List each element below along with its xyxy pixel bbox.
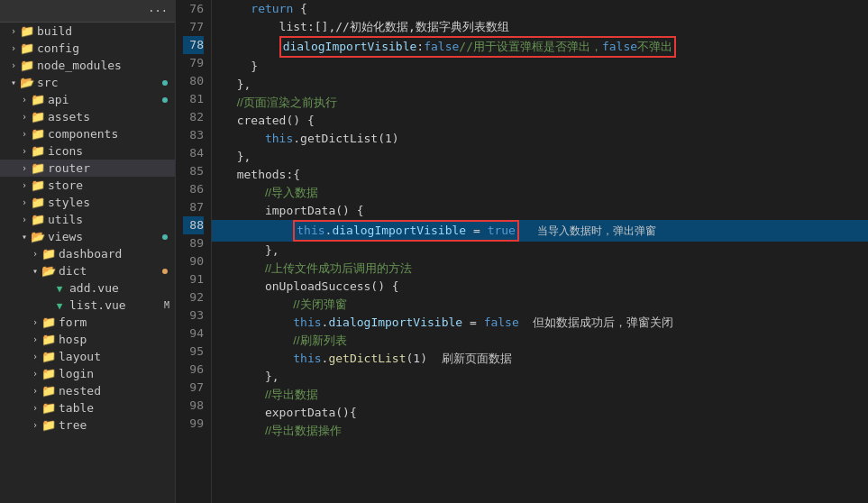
sidebar-item-label: nested [59, 384, 101, 398]
sidebar-item-hosp[interactable]: 📁hosp [0, 331, 175, 348]
chevron-icon [18, 146, 31, 156]
modified-indicator [162, 234, 168, 240]
line-number: 93 [183, 306, 204, 325]
folder-icon: 📁 [41, 384, 56, 398]
line-number: 94 [183, 325, 204, 343]
folder-icon: 📁 [31, 196, 45, 209]
chevron-icon [29, 266, 41, 276]
code-content[interactable]: return { list:[],//初始化数据,数据字典列表数组 dialog… [212, 0, 868, 503]
chevron-icon [18, 129, 31, 139]
chevron-icon [18, 180, 31, 190]
folder-icon: 📁 [20, 24, 34, 38]
line-number: 90 [183, 252, 204, 270]
sidebar-item-src[interactable]: 📂src [0, 74, 175, 91]
sidebar-item-login[interactable]: 📁login [0, 365, 175, 382]
sidebar-item-label: views [48, 230, 83, 243]
code-line: created() { [212, 112, 868, 130]
modified-indicator [162, 80, 168, 86]
more-icon[interactable]: ··· [148, 5, 168, 17]
file-tree: 📁build📁config📁node_modules📂src📁api📁asset… [0, 23, 175, 434]
sidebar-item-label: form [59, 316, 87, 329]
chevron-icon [29, 369, 41, 379]
code-line: importData() { [212, 202, 868, 220]
folder-icon: 📁 [41, 350, 56, 363]
sidebar-item-utils[interactable]: 📁utils [0, 211, 175, 228]
vue-file-icon: ▼ [52, 298, 67, 312]
folder-icon: 📁 [41, 316, 56, 329]
folder-icon: 📁 [41, 367, 56, 380]
file-explorer: ··· 📁build📁config📁node_modules📂src📁api📁a… [0, 0, 176, 503]
sidebar-item-nested[interactable]: 📁nested [0, 382, 175, 399]
chevron-icon [18, 232, 31, 242]
chevron-icon [29, 334, 41, 344]
sidebar-item-list.vue[interactable]: ▼list.vueM [0, 297, 175, 314]
sidebar-item-label: add.vue [69, 281, 119, 295]
sidebar-item-build[interactable]: 📁build [0, 23, 175, 40]
folder-icon: 📁 [41, 333, 56, 346]
sidebar-item-dict[interactable]: 📂dict [0, 262, 175, 279]
sidebar-item-layout[interactable]: 📁layout [0, 348, 175, 365]
line-number: 80 [183, 72, 204, 90]
sidebar-item-label: layout [59, 350, 101, 363]
sidebar-item-label: node_modules [37, 59, 122, 72]
chevron-icon [18, 163, 31, 173]
modified-indicator [162, 97, 168, 103]
sidebar-item-icons[interactable]: 📁icons [0, 142, 175, 160]
sidebar-item-label: dashboard [59, 247, 122, 261]
vue-file-icon: ▼ [52, 281, 67, 295]
sidebar-item-components[interactable]: 📁components [0, 125, 175, 142]
code-line: }, [212, 242, 868, 260]
sidebar-item-dashboard[interactable]: 📁dashboard [0, 245, 175, 262]
line-number: 96 [183, 361, 204, 379]
line-number: 98 [183, 397, 204, 415]
sidebar-item-label: hosp [59, 333, 87, 346]
line-numbers: 7677787980818283848586878889909192939495… [176, 0, 212, 503]
explorer-header: ··· [0, 0, 175, 23]
chevron-icon [29, 352, 41, 361]
line-number: 83 [183, 126, 204, 144]
code-annotation-box: this.dialogImportVisible = true [293, 220, 519, 242]
code-editor[interactable]: 7677787980818283848586878889909192939495… [176, 0, 868, 503]
sidebar-item-node_modules[interactable]: 📁node_modules [0, 57, 175, 74]
folder-icon: 📁 [41, 247, 56, 261]
code-line: }, [212, 76, 868, 94]
sidebar-item-label: list.vue [69, 298, 126, 312]
sidebar-item-assets[interactable]: 📁assets [0, 108, 175, 125]
sidebar-item-table[interactable]: 📁table [0, 399, 175, 416]
line-number: 86 [183, 180, 204, 198]
line-annotation: 当导入数据时，弹出弹窗 [537, 224, 656, 237]
code-line: methods:{ [212, 166, 868, 184]
line-number: 85 [183, 162, 204, 180]
line-number: 84 [183, 144, 204, 162]
code-line: } [212, 58, 868, 76]
sidebar-item-store[interactable]: 📁store [0, 177, 175, 194]
chevron-icon [18, 95, 31, 105]
modified-indicator [162, 269, 168, 274]
sidebar-item-label: dict [59, 264, 87, 278]
sidebar-item-router[interactable]: 📁router [0, 160, 175, 177]
line-number: 95 [183, 343, 204, 361]
line-number: 91 [183, 270, 204, 288]
sidebar-item-config[interactable]: 📁config [0, 40, 175, 57]
sidebar-item-styles[interactable]: 📁styles [0, 194, 175, 211]
sidebar-item-label: assets [48, 110, 90, 123]
code-line: this.dialogImportVisible = false 但如数据成功后… [212, 314, 868, 332]
sidebar-item-label: utils [48, 213, 83, 226]
code-line: //导出数据操作 [212, 422, 868, 440]
folder-icon: 📁 [31, 213, 45, 226]
sidebar-item-add.vue[interactable]: ▼add.vue [0, 279, 175, 297]
sidebar-item-label: tree [59, 418, 87, 432]
sidebar-item-tree[interactable]: 📁tree [0, 416, 175, 434]
folder-icon: 📁 [20, 41, 34, 55]
sidebar-item-api[interactable]: 📁api [0, 91, 175, 108]
folder-icon: 📁 [41, 401, 56, 415]
sidebar-item-views[interactable]: 📂views [0, 228, 175, 245]
chevron-icon [7, 43, 20, 53]
chevron-icon [7, 60, 20, 70]
line-number: 82 [183, 108, 204, 126]
sidebar-item-label: src [37, 76, 58, 89]
code-line: exportData(){ [212, 404, 868, 422]
sidebar-item-form[interactable]: 📁form [0, 314, 175, 331]
git-badge: M [164, 300, 169, 310]
chevron-icon [29, 386, 41, 396]
